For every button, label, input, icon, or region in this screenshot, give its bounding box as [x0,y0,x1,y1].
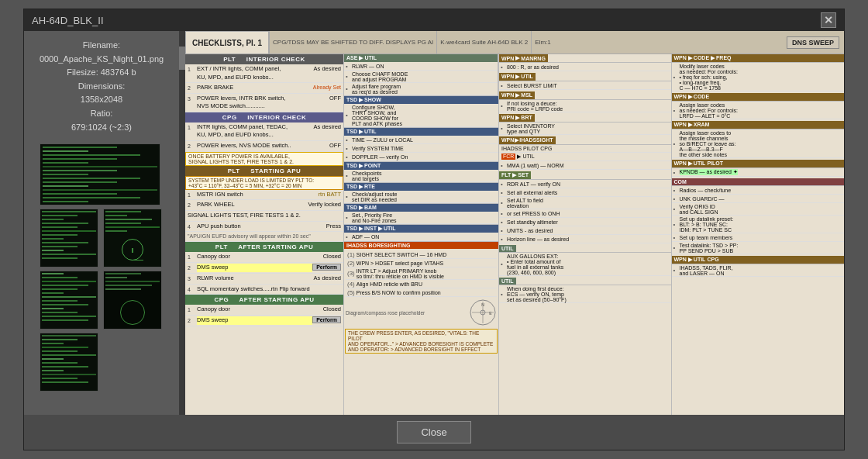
verify-orig-row: • Verify ORIG IDand CALL SIGN [672,203,845,216]
plt-post-apu-3: 3 RLWR volume As desired [185,274,343,285]
time-row: • TIME — ZULU or LOCAL [344,136,498,144]
checkpoint-row: • Checkpointsand targets [344,170,498,182]
checklist-col-left: PLT INTERIOR CHECK 1 EXT / INTR lights, … [185,54,344,415]
dimensions-row: Dimensions: 1358x2048 [40,80,164,107]
file-info: Filename: 0000_Apache_KS_Night_01.png Fi… [40,39,164,134]
apu-caution: SYSTEM TEMP UNDER LOAD IS LIMITED BY PLT… [185,176,343,190]
ecs-row: • When doing first deuce:ECS — verify ON… [499,285,671,303]
checklist-col-middle: ASE ▶ UTIL • RLWR — ON • [344,54,499,415]
thumbnails-grid [40,143,164,392]
ihadss-tads-row: • IHADSS, TADS, FLIR,and LASER — ON [672,264,845,277]
jammer-codes-row: • Assign laser codesas needed: For contr… [672,102,845,119]
compass-diagram: N E [469,299,497,326]
modal-titlebar: AH-64D_BLK_II ✕ [24,9,844,31]
scroll-bar[interactable] [179,31,185,415]
tab3-label: K-we4card Suite AH-64D BLK 2 [440,39,528,46]
plt-apu-row-1: 1 MSTR IGN switch rtn BATT [185,190,343,201]
cpg-row-2: 2 POWER levers, NVS MODE switch.. OFF [185,141,343,152]
close-button[interactable]: Close [397,421,470,443]
plt-interior-header: PLT INTERIOR CHECK [185,54,343,64]
datalink2-row: • Test datalink: TSD > PP:PP SEND PDU > … [672,242,845,254]
missile-channel-row: • Assign laser codes tothe missile chann… [672,129,845,158]
ihadss-content: (1) SIGHT SELECT SWITCH — 16 HMD (2) WPN… [344,249,498,328]
tab1-label: CHECKLISTS, Pl. 1 [192,39,262,47]
plt-post-apu-1: 1 Canopy door Closed [185,252,343,263]
caution-text: ONCE BATTERY POWER IS AVAILABLE,SIGNAL L… [185,152,343,166]
cpg-interior-header: CPG INTERIOR CHECK [185,112,343,123]
dns-sweep-button[interactable]: DNS SWEEP [787,36,839,49]
svg-text:E: E [489,311,492,316]
manrng-row: • 800 : R, or as desired [499,63,671,71]
filename-value: 0000_Apache_KS_Night_01.png [40,54,164,64]
plt-post-apu-2: 2 DMS sweep Perform [185,263,343,274]
datalink-preset-row: • Set up datalink preset:BLT: > B: TUNE … [672,216,845,233]
radio-tune-row: • Radios — check/tune [672,186,845,195]
filesize-row: Filesize: 483764 b [40,66,164,80]
plt-apu-row-5: "APU/GN EUFD advisory will appear within… [185,232,343,242]
wpn-col-2: WPN ▶ CODE ▶ FREQ • Modify laser codesas… [672,54,845,415]
checklist-warning: THE CREW PRESS ENTER, AS DESIRED, "VITAL… [345,329,498,354]
rlwr-row: • RLWR — ON [344,62,498,71]
checklist-panel: CHECKLISTS, Pl. 1 CPG/TDSS MAY BE SHIFTE… [185,31,844,415]
rdr-alt-row: • RDR ALT — verify ON [499,180,671,188]
plt-post-apu-4: 4 SQL momentary switches.....rtn Flip fo… [185,285,343,295]
kpndb-row: • KPNDB — as desired ✦ [672,168,845,177]
chaff-row: • Choose CHAFF MODEand adjust PROGRAM [344,71,498,83]
tsd-show-row: • Configure SHOW,THRT SHOW, andCOORD SHO… [344,104,498,127]
filename-label: Filename: 0000_Apache_KS_Night_01.png [40,39,164,66]
util-tag: UTIL [364,55,377,61]
plt-apu-row-2: 2 PARK WHEEL Verify locked [185,200,343,211]
tsd-tag: TSD [346,97,357,103]
inventory-row: • Select INVENTORYtype and QTY [499,123,671,135]
thumbnail-6[interactable] [40,333,98,392]
ase-tag: ASE [346,55,357,61]
bam-row: • Set., Priority Fireand No-Fire zones [344,212,498,224]
aux-gallons-row: • AUX GALLONS EXT:• Enter total amount o… [499,253,671,276]
alt-alerts-row: • Set all external alerts [499,188,671,197]
thumbnail-5[interactable] [103,271,162,330]
thumbnail-2[interactable] [40,209,98,267]
modal: AH-64D_BLK_II ✕ Filename: 0000_Apache_KS… [23,9,845,450]
fcr-util-row: FCR ▶ UTIL [499,153,671,161]
burst-limit-row: • Select BURST LIMIT [499,81,671,90]
cpg-dms-perform-button[interactable]: Perform [312,316,341,323]
dms-perform-button[interactable]: Perform [312,264,341,271]
modal-overlay: AH-64D_BLK_II ✕ Filename: 0000_Apache_KS… [0,0,868,459]
wpn-col-1: WPN ▶ MANRNG • 800 : R, or as desired [499,54,672,415]
checklist-tab-1[interactable]: CHECKLISTS, Pl. 1 [185,31,269,53]
ratio-row: Ratio: 679:1024 (~2:3) [40,107,164,134]
thumbnail-1[interactable] [40,143,160,205]
checklist-header: CHECKLISTS, Pl. 1 CPG/TDSS MAY BE SHIFTE… [185,31,844,54]
close-button-container: Close [24,415,844,450]
flare-row: • Adjust flare programas req'd as desire… [344,83,498,95]
plt-row-3: 3 POWER levers, INTR BRK switch,NVS MODE… [185,94,343,112]
horizon-row: • Horizon line — as desired [499,235,671,243]
cpg-after-apu-header: CPG AFTER STARTING APU [185,295,343,305]
adf-row: • ADF — ON [344,233,498,241]
standby-alt-row: • Set standby altimeter [499,218,671,226]
plt-row-1: 1 EXT / INTR lights, COMM panel,KU, MPD,… [185,64,343,83]
ratio-value: 679:1024 (~2:3) [71,123,132,132]
modal-close-button[interactable]: ✕ [821,12,836,28]
svg-text:N: N [481,302,484,307]
cpg-post-apu-2: 2 DMS sweep Perform [185,316,343,326]
thumbnail-4[interactable] [40,271,98,330]
plt-starting-apu-header: PLT STARTING APU [185,166,343,176]
modal-body: Filename: 0000_Apache_KS_Night_01.png Fi… [24,31,844,415]
filesize-value: 483764 b [101,67,136,77]
lrfd-row: • If not losing a deuce:PRI code = LRFD … [499,100,671,112]
checklist-col-right: WPN ▶ MANRNG • 800 : R, or as desired [499,54,844,415]
cpg-post-apu-1: 1 Canopy door Closed [185,305,343,316]
dimensions-value: 1358x2048 [81,95,122,104]
plt-apu-row-4: 4 APU push button Press [185,222,343,233]
thumbnail-3[interactable] [103,209,162,267]
tab4-label: Elm:1 [535,39,550,46]
doppler-row: • DOPPLER — verify On [344,153,498,161]
tab2-label: CPG/TDSS MAY BE SHIFTED TO DIFF. DISPLAY… [273,39,433,46]
cpg-row-1: 1 INTR lights, COMM panel, TEDAC,KU, MPD… [185,123,343,141]
set-teams-row: • Set up team members [672,233,845,242]
plt-after-apu-header: PLT AFTER STARTING APU [185,242,343,252]
set-alt-row: • Set ALT to fieldelevation [499,197,671,209]
mma-row: • MMA (1 watt) — NORM [499,161,671,170]
laser-codes-row: • Modify laser codesas needed: For contr… [672,63,845,91]
